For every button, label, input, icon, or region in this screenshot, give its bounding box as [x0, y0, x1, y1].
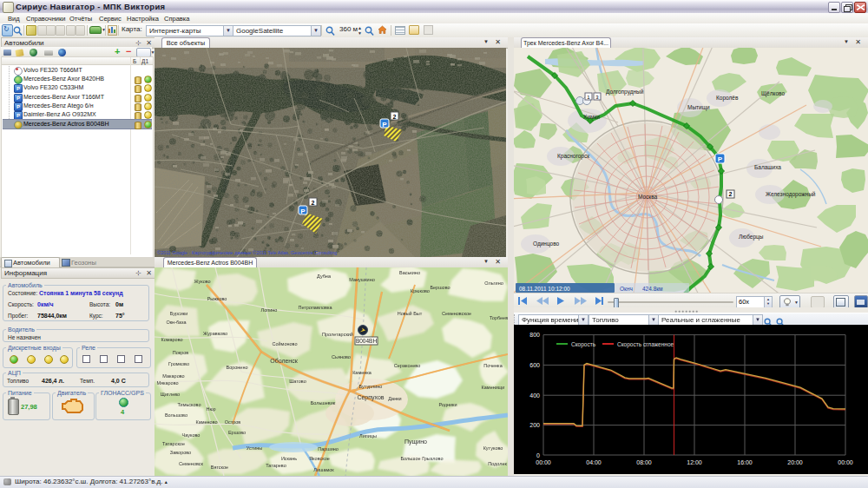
- svg-text:P: P: [382, 121, 387, 129]
- svg-text:Васькино: Васькино: [399, 270, 420, 275]
- svg-text:Большевик: Большевик: [311, 400, 336, 406]
- svg-text:Нюр: Нюр: [206, 406, 215, 412]
- svg-text:12:00: 12:00: [687, 459, 702, 465]
- svg-text:424.8км: 424.8км: [642, 286, 663, 292]
- svg-text:Каменищи: Каменищи: [482, 385, 505, 390]
- svg-text:Покров: Покров: [173, 350, 189, 355]
- svg-text:Дубна: Дубна: [317, 274, 332, 279]
- svg-text:Люберцы: Люберцы: [739, 234, 764, 241]
- svg-text:Тимьсково: Тимьсково: [177, 402, 201, 407]
- svg-text:Каменово: Каменово: [195, 419, 217, 425]
- svg-text:Королёв: Королёв: [716, 95, 739, 102]
- svg-text:Одинцово: Одинцово: [533, 241, 560, 247]
- svg-text:Макарово: Макарово: [162, 373, 184, 379]
- svg-text:Заворово: Заворово: [170, 450, 191, 455]
- svg-text:2: 2: [393, 114, 397, 120]
- svg-text:Манушкино: Манушкино: [349, 277, 374, 282]
- svg-text:В004ВН: В004ВН: [356, 338, 378, 344]
- svg-text:Бурсики: Бурсики: [170, 311, 188, 316]
- svg-text:Серпухов: Серпухов: [357, 394, 384, 401]
- svg-text:400: 400: [529, 392, 540, 399]
- svg-text:Рыжково: Рыжково: [207, 296, 227, 301]
- svg-text:Шатово: Шатово: [289, 379, 306, 384]
- svg-text:Бершово: Бершово: [430, 285, 450, 290]
- svg-text:04:00: 04:00: [586, 459, 602, 465]
- svg-text:Крюково: Крюково: [411, 288, 430, 293]
- svg-text:2: 2: [312, 200, 315, 206]
- svg-text:Большое Грызлово: Большое Грызлово: [400, 456, 443, 461]
- svg-text:Окнч: Окнч: [620, 286, 633, 292]
- svg-text:200: 200: [529, 422, 540, 428]
- svg-text:Яковское: Яковское: [309, 456, 330, 461]
- svg-text:Сьяново: Сьяново: [332, 354, 351, 359]
- svg-text:Искань: Искань: [281, 456, 297, 461]
- svg-text:08.11.2011 10:12:00: 08.11.2011 10:12:00: [519, 286, 570, 292]
- svg-text:Оболенск: Оболенск: [270, 358, 299, 364]
- svg-text:Пролетарский: Пролетарский: [322, 332, 353, 337]
- svg-text:Кутуково: Кутуково: [483, 445, 503, 451]
- svg-text:Вольшово: Вольшово: [165, 412, 187, 418]
- svg-text:08:00: 08:00: [636, 459, 652, 465]
- svg-text:600: 600: [529, 362, 540, 368]
- svg-text:Каменка: Каменка: [352, 370, 372, 375]
- svg-text:Москва: Москва: [638, 194, 658, 200]
- svg-text:Семеновское: Семеновское: [442, 311, 471, 316]
- svg-text:Скорость сглаженное: Скорость сглаженное: [617, 341, 674, 348]
- svg-text:Лишамок: Лишамок: [313, 467, 334, 472]
- svg-text:20:00: 20:00: [787, 459, 803, 465]
- svg-text:P: P: [300, 208, 306, 215]
- svg-text:Татарское: Татарское: [162, 441, 185, 446]
- svg-text:Лопино: Лопино: [261, 307, 278, 313]
- svg-text:Торбеево: Торбеево: [490, 315, 508, 320]
- svg-text:Скорость: Скорость: [571, 341, 596, 348]
- svg-text:Данки: Данки: [388, 396, 401, 401]
- svg-text:Красногорск: Красногорск: [557, 153, 589, 160]
- svg-text:Подолек: Подолек: [488, 461, 507, 466]
- svg-text:800: 800: [529, 332, 540, 338]
- svg-text:Семеновск: Семеновск: [179, 461, 204, 466]
- svg-text:Липицы: Липицы: [359, 433, 377, 439]
- svg-text:Воронено: Воронено: [226, 365, 247, 370]
- svg-text:Чауково: Чауково: [182, 432, 201, 438]
- svg-text:Окн-база: Окн-база: [166, 320, 187, 325]
- svg-text:Комарово: Комарово: [161, 337, 182, 342]
- svg-text:P: P: [718, 155, 723, 163]
- svg-text:Пущино: Пущино: [404, 439, 427, 445]
- svg-text:Ольгино: Ольгино: [484, 280, 503, 286]
- svg-text:Петропавловка: Петропавловка: [298, 305, 332, 310]
- svg-text:Бутурлино: Бутурлино: [359, 384, 383, 389]
- svg-text:Химки: Химки: [583, 114, 600, 120]
- svg-text:Родники: Родники: [438, 402, 457, 407]
- svg-text:Новый Быт: Новый Быт: [398, 311, 423, 316]
- svg-text:16:00: 16:00: [737, 459, 753, 465]
- svg-text:©2011 Google - Картографически: ©2011 Google - Картографические данные ©…: [157, 250, 337, 255]
- svg-text:00:00: 00:00: [838, 459, 853, 465]
- svg-text:Жуково: Жуково: [194, 279, 210, 284]
- svg-text:Громково: Громково: [168, 361, 189, 366]
- svg-text:Щиглево: Щиглево: [161, 392, 180, 397]
- svg-text:Мытищи: Мытищи: [687, 104, 710, 111]
- svg-text:0: 0: [536, 452, 540, 458]
- svg-text:Сераксеево: Сераксеево: [394, 363, 420, 368]
- svg-text:Татарево: Татарево: [266, 463, 286, 468]
- svg-text:Долгопрудный: Долгопрудный: [606, 89, 644, 96]
- svg-text:Ершово: Ершово: [228, 430, 246, 435]
- svg-text:Балашиха: Балашиха: [754, 164, 781, 170]
- svg-text:Мякарово: Мякарово: [156, 380, 178, 386]
- svg-text:Паршино: Паршино: [318, 446, 339, 452]
- svg-text:Вятское: Вятское: [211, 465, 228, 470]
- svg-text:2: 2: [729, 191, 733, 197]
- svg-text:Соймоново: Соймоново: [273, 341, 298, 346]
- svg-text:Поченка: Поченка: [483, 363, 503, 368]
- svg-text:Устины: Устины: [247, 445, 263, 451]
- svg-text:Железнодорожный: Железнодорожный: [766, 191, 816, 198]
- svg-text:00:00: 00:00: [536, 459, 551, 465]
- svg-text:Журавково: Журавково: [203, 331, 227, 336]
- svg-text:Остров: Остров: [225, 419, 241, 425]
- svg-text:Щёлково: Щёлково: [761, 90, 785, 97]
